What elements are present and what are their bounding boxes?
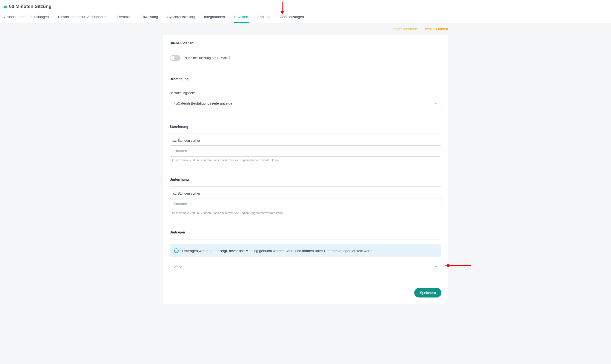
section-cancellation: Stornierung max. Stunden vorher Die maxi… bbox=[170, 125, 441, 162]
tab-grundlegende[interactable]: Grundlegende Einstellungen bbox=[3, 13, 49, 23]
divider bbox=[170, 239, 441, 239]
section-booking: Buchen/Planen Nur eine Buchung pro E-Mai… bbox=[170, 41, 441, 61]
divider bbox=[170, 134, 441, 134]
section-confirmation: Bestätigung Bestätigungsseite TuCalendi … bbox=[170, 77, 441, 109]
title-row: ⇄ 60 Minuten Sitzung bbox=[3, 4, 608, 9]
confirmation-page-label: Bestätigungsseite bbox=[170, 91, 441, 95]
chevron-down-icon: ▼ bbox=[435, 102, 437, 105]
divider bbox=[170, 186, 441, 187]
open-event-link[interactable]: Eventlink öffnen bbox=[423, 27, 448, 31]
settings-card: Buchen/Planen Nur eine Buchung pro E-Mai… bbox=[163, 35, 448, 304]
cancellation-hint: Die maximale Zeit, in Stunden, dass ein … bbox=[171, 158, 441, 162]
info-icon[interactable]: ⓘ bbox=[228, 56, 231, 60]
action-links: Integrationscode Eventlink öffnen bbox=[163, 23, 448, 35]
tab-uebersetzungen[interactable]: Übersetzungen bbox=[279, 13, 304, 23]
page-title: 60 Minuten Sitzung bbox=[9, 4, 52, 9]
tab-integrationen[interactable]: Integrationen bbox=[204, 13, 225, 23]
section-reschedule: Umbuchung max. Stunden vorher Die maxima… bbox=[170, 178, 441, 215]
tabs: Grundlegende Einstellungen Einstellungen… bbox=[3, 13, 608, 23]
tab-verfuegbarkeit[interactable]: Einstellungen zur Verfügbarkeit bbox=[58, 13, 108, 23]
save-row: Speichern bbox=[170, 288, 441, 297]
section-surveys: Umfragen Umfragen werden angezeigt, bevo… bbox=[170, 230, 441, 272]
section-heading-reschedule: Umbuchung bbox=[170, 178, 441, 181]
cancellation-hours-label: max. Stunden vorher bbox=[170, 139, 441, 143]
surveys-info-text: Umfragen werden angezeigt, bevor das Mee… bbox=[182, 249, 376, 253]
surveys-select-placeholder: ohne bbox=[174, 264, 182, 268]
reschedule-hours-input[interactable] bbox=[170, 198, 441, 209]
section-heading-cancellation: Stornierung bbox=[170, 125, 441, 129]
section-heading-confirmation: Bestätigung bbox=[170, 77, 441, 81]
chevron-down-icon: ▼ bbox=[435, 265, 437, 268]
reschedule-hours-label: max. Stunden vorher bbox=[170, 192, 441, 195]
reschedule-hint: Die maximale Zeit, in Stunden, dass ein … bbox=[171, 211, 441, 215]
tab-erweitert[interactable]: Erweitert bbox=[234, 13, 249, 23]
section-heading-surveys: Umfragen bbox=[170, 230, 441, 234]
toggle-label: Nur eine Buchung pro E-Mail ⓘ bbox=[184, 56, 231, 60]
confirmation-page-select[interactable]: TuCalendi Bestätigungsseite anzeigen ▼ bbox=[170, 98, 441, 109]
save-button[interactable]: Speichern bbox=[414, 288, 441, 297]
cancellation-hours-input[interactable] bbox=[170, 145, 441, 157]
section-heading-booking: Buchen/Planen bbox=[170, 41, 441, 45]
toggle-knob bbox=[170, 56, 175, 60]
toggle-one-booking-row: Nur eine Buchung pro E-Mail ⓘ bbox=[170, 55, 441, 61]
tab-zahlung[interactable]: Zahlung bbox=[257, 13, 271, 23]
divider bbox=[170, 86, 441, 86]
tab-synchronisierung[interactable]: Synchronisierung bbox=[167, 13, 195, 23]
tab-zuweisung[interactable]: Zuweisung bbox=[140, 13, 159, 23]
toggle-one-booking-per-email[interactable] bbox=[170, 55, 181, 61]
svg-marker-6 bbox=[445, 264, 449, 267]
tab-eventbild[interactable]: Eventbild bbox=[116, 13, 132, 23]
confirmation-page-selected: TuCalendi Bestätigungsseite anzeigen bbox=[174, 101, 234, 105]
info-circle-icon bbox=[174, 248, 179, 253]
annotation-arrow-left bbox=[444, 262, 472, 269]
toggle-label-text: Nur eine Buchung pro E-Mail bbox=[184, 56, 227, 60]
header-bar: ⇄ 60 Minuten Sitzung Grundlegende Einste… bbox=[0, 0, 611, 23]
surveys-select[interactable]: ohne ▼ bbox=[170, 261, 441, 272]
swap-icon: ⇄ bbox=[3, 4, 7, 9]
surveys-info-alert: Umfragen werden angezeigt, bevor das Mee… bbox=[170, 244, 441, 257]
integration-code-link[interactable]: Integrationscode bbox=[392, 27, 418, 31]
divider bbox=[170, 50, 441, 50]
